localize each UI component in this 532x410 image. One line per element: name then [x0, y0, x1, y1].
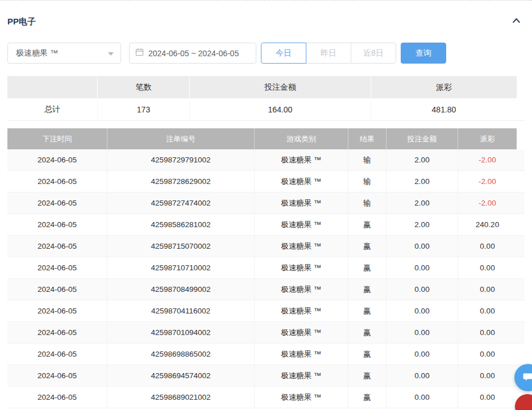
order-id-cell: 42598729791002 — [107, 149, 255, 170]
bet-amount-cell: 2.00 — [386, 149, 458, 170]
quick-button-yesterday[interactable]: 昨日 — [306, 43, 351, 64]
summary-total-row: 总计 173 164.00 481.80 — [7, 98, 525, 121]
order-id-cell: 42598586281002 — [107, 214, 255, 235]
summary-header-row: 笔数 投注金额 派彩 — [7, 76, 525, 98]
detail-header-row: 下注时间 注单编号 游戏类别 结果 投注金额 派彩 — [7, 128, 525, 149]
result-cell: 赢 — [348, 344, 386, 365]
payout-cell: -2.00 — [458, 171, 517, 192]
bet-amount-cell: 2.00 — [386, 214, 458, 235]
bet-time-cell: 2024-06-05 — [7, 344, 107, 365]
header-game-type: 游戏类别 — [255, 128, 348, 149]
game-type-cell: 极速糖果 ™ — [255, 236, 348, 257]
payout-cell: 0.00 — [458, 322, 517, 343]
table-row: 2024-06-05 42598715070002 极速糖果 ™ 赢 0.00 … — [7, 236, 525, 257]
payout-cell: 0.00 — [458, 236, 517, 257]
summary-header-bet-amount: 投注金额 — [190, 76, 371, 98]
bet-amount-cell: 0.00 — [386, 279, 458, 300]
payout-cell: 0.00 — [458, 365, 517, 386]
bet-time-cell: 2024-06-05 — [7, 387, 107, 408]
order-id-cell: 42598710710002 — [107, 257, 255, 278]
result-cell: 赢 — [348, 214, 386, 235]
game-select[interactable]: 极速糖果 ™ — [7, 43, 121, 64]
bet-amount-cell: 0.00 — [386, 300, 458, 321]
table-row: 2024-06-05 42598586281002 极速糖果 ™ 赢 2.00 … — [7, 214, 525, 236]
payout-cell: 0.00 — [458, 387, 517, 408]
bet-amount-cell: 0.00 — [386, 257, 458, 278]
table-row: 2024-06-05 42598701094002 极速糖果 ™ 赢 0.00 … — [7, 322, 525, 344]
game-type-cell: 极速糖果 ™ — [255, 279, 348, 300]
chat-bubble-icon — [522, 371, 532, 384]
pp-electronic-panel: PP电子 极速糖果 ™ 今日 昨日 近8日 查询 笔数 投注金 — [0, 16, 532, 408]
bet-time-cell: 2024-06-05 — [7, 214, 107, 235]
date-range-input[interactable] — [148, 49, 251, 58]
summary-total-payout: 481.80 — [371, 98, 517, 120]
bet-amount-cell: 0.00 — [386, 322, 458, 343]
quick-button-today[interactable]: 今日 — [261, 43, 306, 64]
top-divider — [0, 0, 532, 1]
header-bet-amount: 投注金额 — [386, 128, 458, 149]
bet-amount-cell: 2.00 — [386, 193, 458, 214]
table-row: 2024-06-05 42598710710002 极速糖果 ™ 赢 0.00 … — [7, 257, 525, 279]
payout-cell: -2.00 — [458, 193, 517, 214]
game-type-cell: 极速糖果 ™ — [255, 149, 348, 170]
collapse-button[interactable] — [510, 16, 522, 27]
result-cell: 赢 — [348, 257, 386, 278]
game-type-cell: 极速糖果 ™ — [255, 387, 348, 408]
payout-cell: 0.00 — [458, 300, 517, 321]
result-cell: 输 — [348, 149, 386, 170]
bet-time-cell: 2024-06-05 — [7, 279, 107, 300]
bet-time-cell: 2024-06-05 — [7, 322, 107, 343]
bet-time-cell: 2024-06-05 — [7, 365, 107, 386]
game-type-cell: 极速糖果 ™ — [255, 344, 348, 365]
detail-table-body: 2024-06-05 42598729791002 极速糖果 ™ 输 2.00 … — [7, 149, 525, 408]
header-payout: 派彩 — [458, 128, 517, 149]
order-id-cell: 42598704116002 — [107, 300, 255, 321]
date-range-picker[interactable] — [129, 43, 256, 64]
order-id-cell: 42598701094002 — [107, 322, 255, 343]
summary-header-count: 笔数 — [98, 76, 190, 98]
calendar-icon — [135, 48, 144, 58]
quick-button-last8days[interactable]: 近8日 — [351, 43, 396, 64]
result-cell: 赢 — [348, 365, 386, 386]
bet-time-cell: 2024-06-05 — [7, 257, 107, 278]
game-type-cell: 极速糖果 ™ — [255, 214, 348, 235]
bet-amount-cell: 0.00 — [386, 387, 458, 408]
table-row: 2024-06-05 42598708499002 极速糖果 ™ 赢 0.00 … — [7, 279, 525, 300]
order-id-cell: 42598694574002 — [107, 365, 255, 386]
search-button[interactable]: 查询 — [401, 43, 446, 64]
summary-header-payout: 派彩 — [371, 76, 517, 98]
payout-cell: 0.00 — [458, 344, 517, 365]
header-bet-time: 下注时间 — [7, 128, 107, 149]
chevron-up-icon — [512, 16, 521, 28]
bet-amount-cell: 0.00 — [386, 344, 458, 365]
result-cell: 输 — [348, 193, 386, 214]
bet-time-cell: 2024-06-05 — [7, 171, 107, 192]
header-order-id: 注单编号 — [107, 128, 255, 149]
quick-date-button-group: 今日 昨日 近8日 — [261, 43, 396, 64]
chevron-down-icon — [108, 52, 114, 56]
summary-table: 笔数 投注金额 派彩 总计 173 164.00 481.80 — [7, 76, 525, 121]
summary-total-label: 总计 — [7, 98, 98, 120]
filter-bar: 极速糖果 ™ 今日 昨日 近8日 查询 — [7, 43, 525, 64]
summary-total-count: 173 — [98, 98, 190, 120]
order-id-cell: 42598727474002 — [107, 193, 255, 214]
game-type-cell: 极速糖果 ™ — [255, 365, 348, 386]
game-select-value: 极速糖果 ™ — [16, 48, 58, 58]
order-id-cell: 42598689021002 — [107, 387, 255, 408]
game-type-cell: 极速糖果 ™ — [255, 171, 348, 192]
panel-header: PP电子 — [7, 16, 525, 27]
result-cell: 赢 — [348, 279, 386, 300]
result-cell: 赢 — [348, 322, 386, 343]
result-cell: 赢 — [348, 236, 386, 257]
bet-records-table: 下注时间 注单编号 游戏类别 结果 投注金额 派彩 2024-06-05 425… — [7, 128, 525, 408]
result-cell: 输 — [348, 171, 386, 192]
table-row: 2024-06-05 42598727474002 极速糖果 ™ 输 2.00 … — [7, 193, 525, 214]
payout-cell: 0.00 — [458, 279, 517, 300]
summary-total-bet-amount: 164.00 — [190, 98, 371, 120]
table-row: 2024-06-05 42598694574002 极速糖果 ™ 赢 0.00 … — [7, 365, 525, 387]
game-type-cell: 极速糖果 ™ — [255, 257, 348, 278]
order-id-cell: 42598715070002 — [107, 236, 255, 257]
bet-time-cell: 2024-06-05 — [7, 300, 107, 321]
payout-cell: -2.00 — [458, 149, 517, 170]
bet-time-cell: 2024-06-05 — [7, 149, 107, 170]
